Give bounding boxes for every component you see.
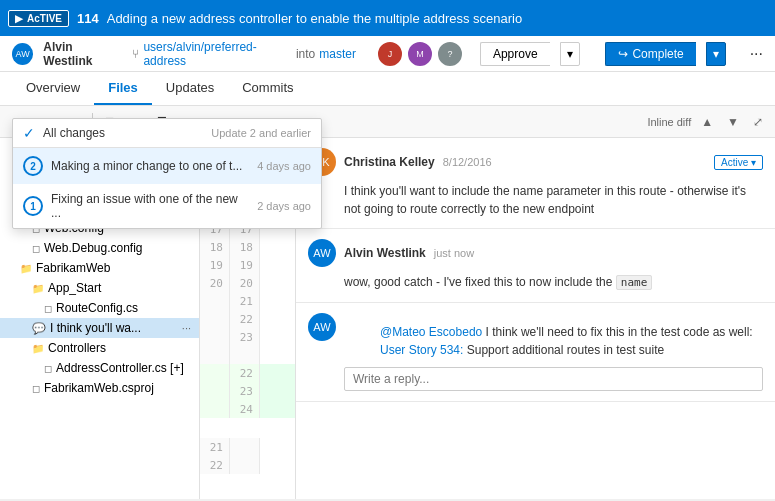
update-badge-2: 2 <box>23 156 43 176</box>
diff-line-added-3: 24 url: "{controller}/{action}/{id}" <box>200 400 295 418</box>
tree-item-app-start[interactable]: 📁 App_Start <box>0 278 199 298</box>
author-avatar: AW <box>12 43 33 65</box>
more-options-icon[interactable]: ··· <box>182 322 191 334</box>
tab-files[interactable]: Files <box>94 72 152 105</box>
pr-number: 114 <box>77 11 99 26</box>
comment-avatar-3: AW <box>308 313 336 341</box>
comment-thread-2: AW Alvin Westlink just now wow, good cat… <box>296 229 775 303</box>
comment-text-3: @Mateo Escobedo I think we'll need to fi… <box>344 323 763 359</box>
dropdown-header: ✓ All changes Update 2 and earlier <box>13 119 321 148</box>
comment-thread-3: AW @Mateo Escobedo I think we'll need to… <box>296 303 775 402</box>
reviewer-avatar-1: J <box>376 40 404 68</box>
file-icon: ◻ <box>32 243 40 254</box>
reviewer-avatar-3: ? <box>436 40 464 68</box>
active-status-button[interactable]: Active ▾ <box>714 155 763 170</box>
dropdown-item-2-date: 2 days ago <box>257 200 311 212</box>
update-badge-1: 1 <box>23 196 43 216</box>
comment-panel: CK Christina Kelley 8/12/2016 Active ▾ I… <box>295 138 775 499</box>
tree-item-web-debug-config[interactable]: ◻ Web.Debug.config <box>0 238 199 258</box>
file-icon: ◻ <box>32 383 40 394</box>
dropdown-header-label: All changes <box>43 126 105 140</box>
diff-line-bot-21: 21 ); <box>200 438 295 456</box>
diff-line-23: 23 ); <box>200 328 295 346</box>
diff-line-18: 18 18 <box>200 238 295 256</box>
diff-line-bot-22: 22 } <box>200 456 295 474</box>
approve-dropdown-button[interactable]: ▾ <box>560 42 580 66</box>
file-icon: ◻ <box>44 363 52 374</box>
complete-dropdown-button[interactable]: ▾ <box>706 42 726 66</box>
code-snippet: name <box>616 275 653 290</box>
reply-input[interactable] <box>344 367 763 391</box>
tree-item-routeconfig[interactable]: ◻ RouteConfig.cs <box>0 298 199 318</box>
comment-date-1: 8/12/2016 <box>443 156 492 168</box>
target-branch-link[interactable]: master <box>319 47 356 61</box>
user-story-link[interactable]: User Story 534: <box>380 343 463 357</box>
dropdown-item-1-date: 4 days ago <box>257 160 311 172</box>
top-bar: ▶ AcTIVE 114 Adding a new address contro… <box>0 0 775 36</box>
tree-item-csproj[interactable]: ◻ FabrikamWeb.csproj <box>0 378 199 398</box>
reply-box <box>344 367 763 391</box>
dropdown-item-2[interactable]: 1 Fixing an issue with one of the new ..… <box>13 184 321 228</box>
tree-item-comment-file[interactable]: 💬 I think you'll wa... ··· <box>0 318 199 338</box>
dropdown-item-1[interactable]: 2 Making a minor change to one of t... 4… <box>13 148 321 184</box>
comment-header-1: CK Christina Kelley 8/12/2016 Active ▾ <box>308 148 763 176</box>
comment-date-2: just now <box>434 247 474 259</box>
more-options-button[interactable]: ··· <box>750 45 763 63</box>
diff-line-added-2: 23 name: "Address", <box>200 382 295 400</box>
folder-icon: 📁 <box>32 283 44 294</box>
diff-line-empty <box>200 346 295 364</box>
dropdown-item-1-text: Making a minor change to one of t... <box>51 159 249 173</box>
tab-overview[interactable]: Overview <box>12 72 94 105</box>
nav-tabs: Overview Files Updates Commits <box>0 72 775 106</box>
diff-line-21: 21 url: "{controller}/{action}/{id}", <box>200 292 295 310</box>
approve-button[interactable]: Approve <box>480 42 550 66</box>
pr-title: Adding a new address controller to enabl… <box>107 11 767 26</box>
mention-link[interactable]: @Mateo Escobedo <box>380 325 482 339</box>
dropdown-header-sub: Update 2 and earlier <box>211 127 311 139</box>
reviewer-avatar-2: M <box>406 40 434 68</box>
folder-icon: 📁 <box>20 263 32 274</box>
comment-avatar-2: AW <box>308 239 336 267</box>
status-badge: ▶ AcTIVE <box>8 10 69 27</box>
expand-down-button[interactable]: ▼ <box>723 113 743 131</box>
inline-diff-label: Inline diff <box>647 116 691 128</box>
folder-icon: 📁 <box>32 343 44 354</box>
branch-icon: ⑂ <box>132 47 139 61</box>
author-name: Alvin Westlink <box>43 40 122 68</box>
diff-line-22: 22 defaults: new { controller = "Home", … <box>200 310 295 328</box>
comment-text-1: I think you'll want to include the name … <box>344 182 763 218</box>
tree-item-fabrikamweb[interactable]: 📁 FabrikamWeb <box>0 258 199 278</box>
diff-line-20: 20 20 name: "Default", <box>200 274 295 292</box>
complete-icon: ↪ <box>618 47 628 61</box>
branch-info: ⑂ users/alvin/preferred-address into mas… <box>132 40 356 68</box>
dropdown-item-2-text: Fixing an issue with one of the new ... <box>51 192 249 220</box>
author-bar: AW Alvin Westlink ⑂ users/alvin/preferre… <box>0 36 775 72</box>
reviewer-avatars: J M ? <box>376 40 470 68</box>
expand-up-button[interactable]: ▲ <box>697 113 717 131</box>
checkmark-icon: ✓ <box>23 125 35 141</box>
all-changes-dropdown: ✓ All changes Update 2 and earlier 2 Mak… <box>12 118 322 229</box>
comment-text-2: wow, good catch - I've fixed this to now… <box>344 273 763 292</box>
comment-indicator: 💬 <box>32 322 46 335</box>
active-icon: ▶ <box>15 13 23 24</box>
diff-bottom-spacer <box>200 418 295 438</box>
fullscreen-button[interactable]: ⤢ <box>749 113 767 131</box>
comment-author-1: Christina Kelley <box>344 155 435 169</box>
comment-thread-1: CK Christina Kelley 8/12/2016 Active ▾ I… <box>296 138 775 229</box>
tab-commits[interactable]: Commits <box>228 72 307 105</box>
tree-item-address-controller[interactable]: ◻ AddressController.cs [+] <box>0 358 199 378</box>
diff-line-added-1: 22 routes.MapRoute( <box>200 364 295 382</box>
complete-button[interactable]: ↪ Complete <box>605 42 695 66</box>
diff-line-19: 19 19 routes.MapRoute( <box>200 256 295 274</box>
tree-item-controllers[interactable]: 📁 Controllers <box>0 338 199 358</box>
file-icon: ◻ <box>44 303 52 314</box>
comment-author-2: Alvin Westlink <box>344 246 426 260</box>
tab-updates[interactable]: Updates <box>152 72 228 105</box>
comment-header-2: AW Alvin Westlink just now <box>308 239 763 267</box>
source-branch-link[interactable]: users/alvin/preferred-address <box>143 40 291 68</box>
